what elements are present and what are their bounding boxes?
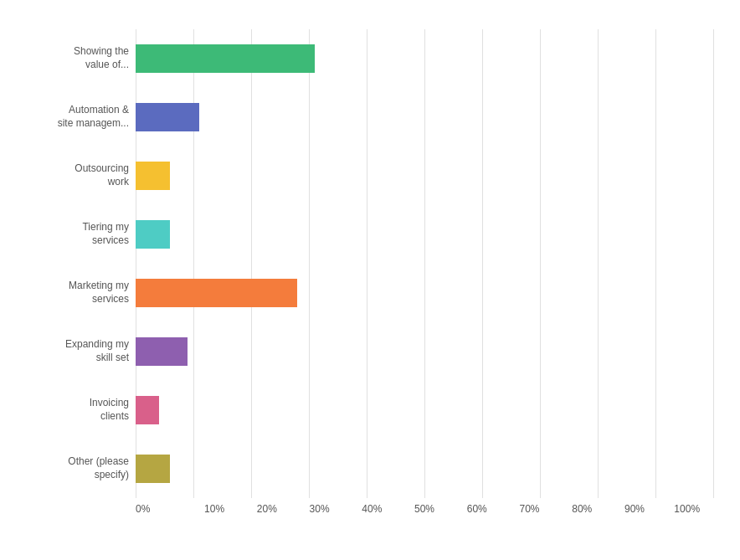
bar bbox=[136, 103, 199, 131]
y-axis: Showing thevalue of...Automation &site m… bbox=[18, 29, 136, 498]
bar-row bbox=[136, 331, 713, 372]
x-axis-label: 50% bbox=[398, 503, 451, 515]
bar-row bbox=[136, 38, 713, 80]
bar bbox=[136, 220, 170, 249]
x-axis: 0%10%20%30%40%50%60%70%80%90%100% bbox=[136, 503, 713, 515]
x-axis-label: 80% bbox=[556, 503, 609, 515]
bar bbox=[136, 162, 170, 190]
bar bbox=[136, 44, 315, 73]
x-axis-label: 0% bbox=[136, 503, 188, 515]
bars-area bbox=[136, 29, 713, 498]
x-axis-label: 100% bbox=[660, 503, 713, 515]
x-axis-label: 60% bbox=[450, 503, 503, 515]
y-axis-label: Tiering myservices bbox=[18, 221, 129, 247]
x-axis-label: 70% bbox=[503, 503, 556, 515]
x-axis-label: 10% bbox=[188, 503, 241, 515]
x-axis-label: 20% bbox=[240, 503, 293, 515]
y-axis-label: Invoicingclients bbox=[18, 397, 129, 423]
x-axis-label: 30% bbox=[293, 503, 346, 515]
bar bbox=[136, 455, 170, 483]
bar bbox=[136, 279, 297, 307]
chart-area: Showing thevalue of...Automation &site m… bbox=[18, 29, 713, 498]
y-axis-label: Marketing myservices bbox=[18, 280, 129, 306]
y-axis-label: Other (pleasespecify) bbox=[18, 455, 129, 481]
bar-row bbox=[136, 96, 713, 138]
bar bbox=[136, 337, 188, 366]
y-axis-label: Automation &site managem... bbox=[18, 104, 129, 130]
x-axis-label: 90% bbox=[609, 503, 661, 515]
y-axis-label: Outsourcingwork bbox=[18, 162, 129, 188]
x-axis-label: 40% bbox=[346, 503, 398, 515]
bar-row bbox=[136, 155, 713, 197]
bar-row bbox=[136, 448, 713, 490]
bar-row bbox=[136, 389, 713, 431]
grid-line bbox=[713, 29, 714, 498]
y-axis-label: Showing thevalue of... bbox=[18, 45, 129, 71]
bar bbox=[136, 396, 159, 424]
y-axis-label: Expanding myskill set bbox=[18, 338, 129, 364]
bar-row bbox=[136, 213, 713, 255]
chart-container: Showing thevalue of...Automation &site m… bbox=[10, 13, 730, 548]
bar-row bbox=[136, 272, 713, 314]
